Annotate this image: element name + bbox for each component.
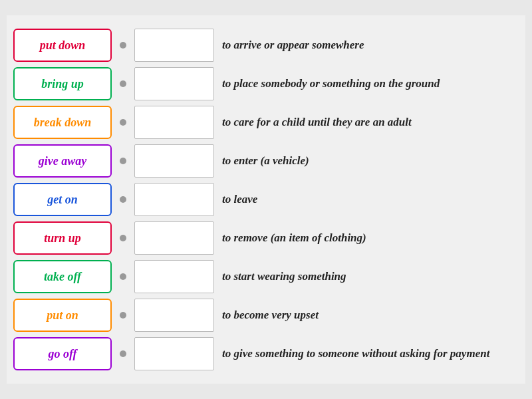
answer-box-5[interactable] [134,183,214,216]
answer-box-1[interactable] [134,29,214,62]
definition-8: to become very upset [222,308,519,323]
answer-box-8[interactable] [134,299,214,332]
connector-dot [120,42,126,49]
phrase-button-get-on[interactable]: get on [13,183,112,216]
row-7: take offto start wearing something [13,260,519,293]
connector-dot [120,350,126,357]
phrase-button-take-off[interactable]: take off [13,260,112,293]
phrase-button-go-off[interactable]: go off [13,337,112,370]
phrase-button-give-away[interactable]: give away [13,144,112,178]
definition-6: to remove (an item of clothing) [222,231,519,245]
definition-7: to start wearing something [222,269,519,284]
definition-2: to place somebody or something on the gr… [222,76,519,91]
row-2: bring upto place somebody or something o… [13,67,519,100]
connector-dot [120,119,126,126]
definition-5: to leave [222,192,519,207]
row-4: give awayto enter (a vehicle) [13,144,519,178]
answer-box-3[interactable] [134,106,214,139]
definition-3: to care for a child until they are an ad… [222,115,519,130]
row-6: turn upto remove (an item of clothing) [13,221,519,255]
row-9: go offto give something to someone witho… [13,337,519,370]
phrase-button-break-down[interactable]: break down [13,106,112,139]
row-3: break downto care for a child until they… [13,106,519,139]
answer-box-2[interactable] [134,67,214,100]
definition-4: to enter (a vehicle) [222,154,519,168]
connector-dot [120,273,126,280]
connector-dot [120,158,126,164]
row-1: put downto arrive or appear somewhere [13,29,519,62]
phrase-button-turn-up[interactable]: turn up [13,221,112,255]
connector-dot [120,235,126,241]
connector-dot [120,196,126,203]
definition-9: to give something to someone without ask… [222,346,519,361]
phrase-button-put-on[interactable]: put on [13,299,112,332]
connector-dot [120,80,126,87]
phrase-button-bring-up[interactable]: bring up [13,67,112,100]
answer-box-4[interactable] [134,144,214,178]
row-5: get onto leave [13,183,519,216]
answer-box-9[interactable] [134,337,214,370]
answer-box-6[interactable] [134,221,214,255]
main-container: put downto arrive or appear somewherebri… [7,15,525,384]
answer-box-7[interactable] [134,260,214,293]
connector-dot [120,312,126,319]
definition-1: to arrive or appear somewhere [222,38,519,53]
row-8: put onto become very upset [13,299,519,332]
phrase-button-put-down[interactable]: put down [13,29,112,62]
